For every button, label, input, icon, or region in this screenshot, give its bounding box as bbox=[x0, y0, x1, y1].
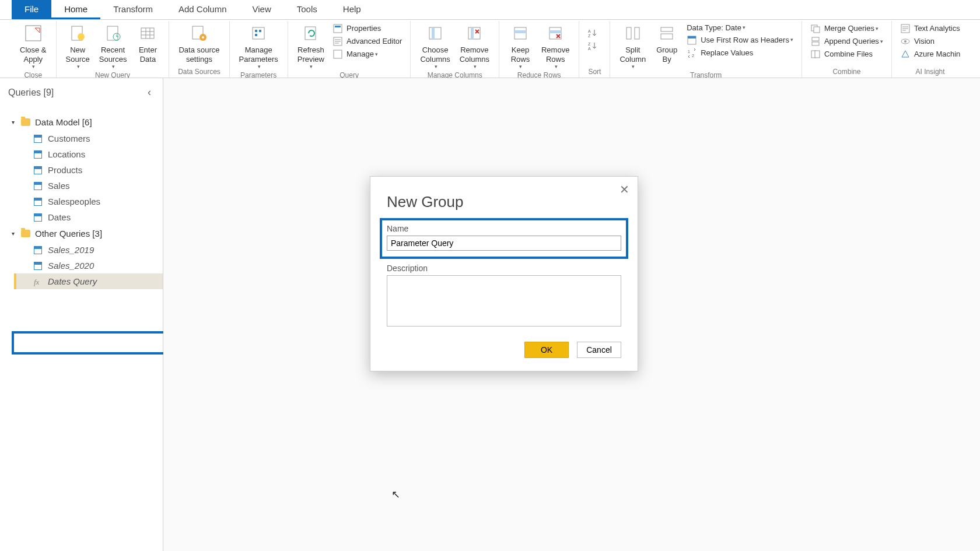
recent-sources-icon bbox=[103, 23, 123, 43]
svg-rect-43 bbox=[635, 27, 639, 39]
query-item-dates-query[interactable]: fxDates Query bbox=[14, 273, 163, 289]
description-label: Description bbox=[387, 264, 621, 273]
tab-add-column[interactable]: Add Column bbox=[166, 0, 240, 19]
remove-rows-button[interactable]: Remove Rows▾ bbox=[537, 21, 574, 70]
sort-desc-button[interactable]: ZA bbox=[584, 40, 605, 52]
query-item-sales-2020[interactable]: Sales_2020 bbox=[0, 258, 163, 273]
collapse-icon: ▾ bbox=[12, 230, 15, 237]
svg-rect-42 bbox=[626, 27, 631, 39]
description-input[interactable] bbox=[387, 275, 621, 327]
svg-rect-25 bbox=[334, 50, 342, 58]
svg-text:A: A bbox=[588, 47, 591, 51]
choose-columns-button[interactable]: Choose Columns▾ bbox=[415, 21, 454, 70]
query-item-dates[interactable]: Dates bbox=[0, 209, 163, 225]
close-apply-button[interactable]: Close & Apply▾ bbox=[15, 21, 51, 70]
text-analytics-button[interactable]: Text Analytics bbox=[897, 22, 964, 35]
keep-rows-icon bbox=[510, 23, 530, 43]
ribbon-group-query: Refresh Preview▾ Properties Advanced Edi… bbox=[288, 21, 411, 78]
svg-rect-55 bbox=[815, 51, 820, 58]
query-group-data-model[interactable]: ▾ Data Model [6] bbox=[0, 114, 163, 131]
new-group-dialog: ✕ New Group Name Description OK Cancel bbox=[370, 176, 638, 371]
svg-text:1: 1 bbox=[688, 50, 690, 54]
query-item-customers[interactable]: Customers bbox=[0, 131, 163, 146]
name-label: Name bbox=[387, 224, 621, 233]
refresh-preview-button[interactable]: Refresh Preview▾ bbox=[293, 21, 329, 70]
ribbon-group-label: AI Insight bbox=[916, 66, 945, 78]
ribbon: Close & Apply▾ Close New Source▾ Recent … bbox=[0, 20, 980, 78]
svg-rect-53 bbox=[812, 42, 819, 45]
svg-rect-15 bbox=[255, 30, 257, 32]
query-item-locations[interactable]: Locations bbox=[0, 146, 163, 162]
keep-rows-button[interactable]: Keep Rows▾ bbox=[504, 21, 537, 70]
combine-files-button[interactable]: Combine Files bbox=[807, 48, 887, 61]
query-group-other[interactable]: ▾ Other Queries [3] bbox=[0, 225, 163, 242]
group-by-button[interactable]: Group By bbox=[650, 21, 683, 64]
manage-parameters-button[interactable]: Manage Parameters▾ bbox=[235, 21, 283, 70]
svg-rect-26 bbox=[429, 27, 441, 39]
table-icon bbox=[34, 262, 42, 270]
highlight-annotation bbox=[12, 331, 166, 355]
recent-sources-button[interactable]: Recent Sources▾ bbox=[94, 21, 132, 70]
query-item-products[interactable]: Products bbox=[0, 162, 163, 178]
table-icon bbox=[34, 198, 42, 206]
split-column-icon bbox=[623, 23, 643, 43]
tab-help[interactable]: Help bbox=[330, 0, 374, 19]
fx-icon: fx bbox=[34, 278, 43, 286]
enter-data-button[interactable]: Enter Data bbox=[131, 21, 164, 64]
tab-file[interactable]: File bbox=[12, 0, 51, 19]
ribbon-group-reduce-rows: Keep Rows▾ Remove Rows▾ Reduce Rows bbox=[499, 21, 579, 78]
query-item-salespeoples[interactable]: Salespeoples bbox=[0, 194, 163, 209]
collapse-pane-button[interactable]: ‹ bbox=[144, 86, 155, 99]
merge-queries-button[interactable]: Merge Queries▾ bbox=[807, 22, 887, 35]
svg-rect-47 bbox=[688, 36, 696, 38]
advanced-editor-button[interactable]: Advanced Editor bbox=[329, 35, 405, 48]
azure-ml-button[interactable]: Azure Machin bbox=[897, 48, 964, 61]
use-first-row-button[interactable]: Use First Row as Headers▾ bbox=[683, 34, 797, 47]
sort-asc-icon: AZ bbox=[587, 28, 598, 38]
tab-home[interactable]: Home bbox=[51, 0, 100, 19]
ribbon-group-label: Sort bbox=[588, 66, 601, 78]
ribbon-tabs: File Home Transform Add Column View Tool… bbox=[0, 0, 980, 20]
vision-button[interactable]: Vision bbox=[897, 35, 964, 48]
svg-point-13 bbox=[202, 36, 204, 38]
new-source-icon bbox=[68, 23, 88, 43]
sort-asc-button[interactable]: AZ bbox=[584, 27, 605, 40]
ribbon-group-parameters: Manage Parameters▾ Parameters bbox=[230, 21, 288, 78]
query-item-sales[interactable]: Sales bbox=[0, 178, 163, 194]
manage-button[interactable]: Manage▾ bbox=[329, 48, 405, 61]
cancel-button[interactable]: Cancel bbox=[577, 342, 621, 358]
replace-values-button[interactable]: 12Replace Values bbox=[683, 47, 797, 59]
tab-view[interactable]: View bbox=[240, 0, 284, 19]
query-item-sales-2019[interactable]: Sales_2019 bbox=[0, 242, 163, 258]
remove-columns-button[interactable]: Remove Columns▾ bbox=[455, 21, 494, 70]
tab-tools[interactable]: Tools bbox=[284, 0, 330, 19]
ok-button[interactable]: OK bbox=[524, 342, 569, 358]
append-icon bbox=[810, 36, 821, 47]
new-source-button[interactable]: New Source▾ bbox=[61, 21, 94, 70]
dialog-close-button[interactable]: ✕ bbox=[620, 183, 629, 196]
data-type-button[interactable]: Data Type: Date▾ bbox=[683, 22, 797, 34]
choose-columns-icon bbox=[425, 23, 445, 43]
properties-button[interactable]: Properties bbox=[329, 22, 405, 35]
svg-rect-14 bbox=[253, 27, 264, 39]
svg-rect-52 bbox=[812, 37, 819, 41]
svg-rect-33 bbox=[514, 30, 526, 33]
svg-text:A: A bbox=[588, 29, 591, 33]
ribbon-group-manage-columns: Choose Columns▾ Remove Columns▾ Manage C… bbox=[411, 21, 499, 78]
collapse-icon: ▾ bbox=[12, 119, 15, 125]
append-queries-button[interactable]: Append Queries▾ bbox=[807, 35, 887, 48]
svg-rect-16 bbox=[259, 30, 261, 32]
ribbon-group-data-sources: Data source settings Data Sources bbox=[169, 21, 229, 78]
remove-rows-icon bbox=[545, 23, 565, 43]
data-source-settings-button[interactable]: Data source settings bbox=[174, 21, 224, 64]
svg-point-3 bbox=[78, 33, 85, 40]
gear-icon bbox=[189, 23, 209, 43]
split-column-button[interactable]: Split Column▾ bbox=[615, 21, 650, 70]
headers-icon bbox=[687, 35, 697, 45]
ribbon-group-label: Data Sources bbox=[178, 66, 220, 78]
refresh-icon bbox=[301, 23, 321, 43]
name-input[interactable] bbox=[387, 236, 621, 251]
tab-transform[interactable]: Transform bbox=[100, 0, 166, 19]
vision-icon bbox=[900, 36, 911, 47]
group-by-icon bbox=[657, 23, 677, 43]
